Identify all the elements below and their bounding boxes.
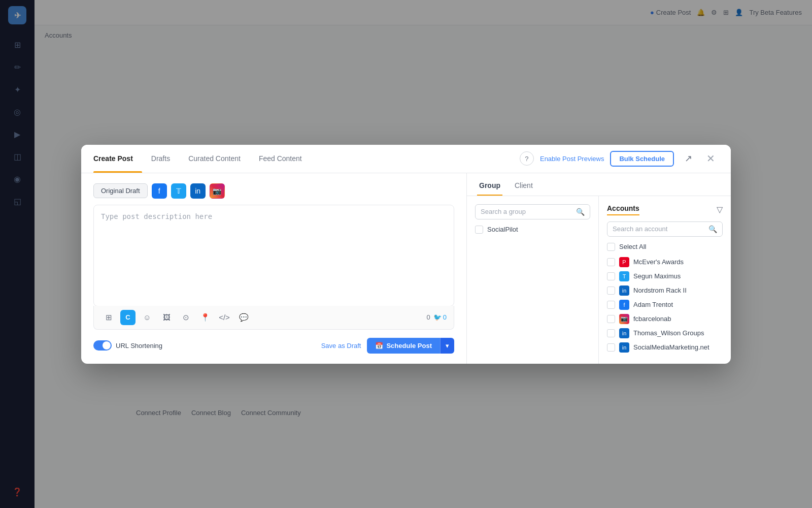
- enable-previews-button[interactable]: Enable Post Previews: [540, 155, 604, 163]
- group-search-input[interactable]: [481, 208, 573, 215]
- linkedin-tab[interactable]: in: [190, 183, 206, 199]
- account-checkbox-thomas[interactable]: [607, 329, 615, 337]
- filter-icon[interactable]: ▽: [717, 205, 723, 214]
- twitter-tab[interactable]: 𝕋: [171, 183, 186, 199]
- twitter-char-count: 🐦 0: [433, 313, 447, 321]
- linkedin-icon-thomas: in: [619, 328, 629, 338]
- right-panel: Group Client 🔍: [467, 173, 731, 364]
- account-search-box[interactable]: 🔍: [607, 221, 723, 237]
- c-icon[interactable]: C: [120, 310, 136, 325]
- panel-tab-client[interactable]: Client: [513, 181, 535, 196]
- twitter-icon-segun: T: [619, 271, 629, 281]
- url-toggle[interactable]: [93, 340, 112, 351]
- tab-create-post[interactable]: Create Post: [93, 145, 142, 173]
- account-name-socialmedia: SocialMediaMarketing.net: [633, 343, 709, 351]
- url-shortening-label: URL Shortening: [116, 342, 162, 350]
- editor-toolbar: ⊞ C ☺ 🖼 ⊙ 📍 </> 💬 0 🐦 0: [93, 306, 454, 330]
- linkedin-icon-socialmedia: in: [619, 342, 629, 353]
- account-item-fcbarcelona[interactable]: 📷 fcbarcelonab: [607, 314, 723, 324]
- account-name-thomas: Thomas_Wilson Groups: [633, 329, 704, 337]
- schedule-post-button[interactable]: 📅 Schedule Post: [367, 338, 440, 354]
- group-item[interactable]: SocialPilot: [475, 226, 590, 234]
- group-name-socialpilot: SocialPilot: [487, 226, 518, 233]
- account-item-mcevers[interactable]: P McEver's Awards: [607, 257, 723, 267]
- facebook-icon-adam: f: [619, 300, 629, 310]
- account-item-adam[interactable]: f Adam Trentot: [607, 300, 723, 310]
- panel-tab-group[interactable]: Group: [477, 181, 502, 196]
- linkedin-icon-nordstrom: in: [619, 285, 629, 296]
- account-checkbox-adam[interactable]: [607, 301, 615, 309]
- modal-header-right: ? Enable Post Previews Bulk Schedule ↗ ✕: [520, 150, 719, 167]
- image-icon[interactable]: 🖼: [159, 310, 174, 325]
- account-column: Accounts ▽ 🔍 Select All: [599, 196, 731, 364]
- schedule-dropdown-button[interactable]: ▾: [440, 338, 454, 354]
- account-list: P McEver's Awards T Segun Maximus in: [607, 257, 723, 356]
- create-post-modal: Create Post Drafts Curated Content Feed …: [81, 145, 731, 364]
- group-list: SocialPilot: [475, 226, 590, 356]
- pinterest-icon: P: [619, 257, 629, 267]
- close-button[interactable]: ✕: [702, 150, 719, 167]
- account-checkbox-socialmedia[interactable]: [607, 343, 615, 352]
- account-name-nordstrom: Nordstrom Rack II: [633, 287, 687, 294]
- account-name-fcbarcelona: fcbarcelonab: [633, 315, 671, 323]
- save-draft-button[interactable]: Save as Draft: [321, 342, 361, 350]
- comment-icon[interactable]: 💬: [236, 310, 251, 325]
- account-name-segun: Segun Maximus: [633, 272, 681, 280]
- account-item-thomas[interactable]: in Thomas_Wilson Groups: [607, 328, 723, 338]
- account-checkbox-mcevers[interactable]: [607, 258, 615, 266]
- post-text-input[interactable]: [93, 205, 454, 306]
- emoji-icon[interactable]: ☺: [140, 310, 155, 325]
- code-icon[interactable]: </>: [217, 310, 232, 325]
- tab-curated-content[interactable]: Curated Content: [179, 145, 250, 173]
- panel-tabs: Group Client: [467, 173, 731, 196]
- editor-bottom: URL Shortening Save as Draft 📅 Schedule …: [93, 336, 454, 354]
- select-all-checkbox[interactable]: [607, 243, 615, 251]
- account-checkbox-nordstrom[interactable]: [607, 287, 615, 295]
- char-count: 0 🐦 0: [427, 313, 447, 321]
- toggle-thumb: [103, 341, 111, 350]
- tab-feed-content[interactable]: Feed Content: [250, 145, 311, 173]
- bulk-schedule-button[interactable]: Bulk Schedule: [610, 151, 674, 167]
- platform-tabs: Original Draft f 𝕋 in 📷: [93, 183, 454, 199]
- account-search-input[interactable]: [613, 225, 705, 233]
- target-icon[interactable]: ⊙: [178, 310, 193, 325]
- modal-body: Original Draft f 𝕋 in 📷 ⊞ C ☺ 🖼: [81, 173, 731, 364]
- account-name-adam: Adam Trentot: [633, 301, 673, 308]
- group-search-icon: 🔍: [576, 208, 585, 216]
- tab-drafts[interactable]: Drafts: [142, 145, 179, 173]
- schedule-button-group: 📅 Schedule Post ▾: [367, 338, 454, 354]
- modal-overlay: Create Post Drafts Curated Content Feed …: [0, 0, 812, 508]
- select-all-item[interactable]: Select All: [607, 243, 723, 251]
- account-item-nordstrom[interactable]: in Nordstrom Rack II: [607, 285, 723, 296]
- select-all-label: Select All: [619, 243, 646, 250]
- account-item-segun[interactable]: T Segun Maximus: [607, 271, 723, 281]
- original-draft-tab[interactable]: Original Draft: [93, 183, 148, 198]
- panel-columns: 🔍 SocialPilot Accounts: [467, 196, 731, 364]
- account-header: Accounts ▽: [607, 204, 723, 215]
- facebook-tab[interactable]: f: [152, 183, 167, 199]
- account-item-socialmedia[interactable]: in SocialMediaMarketing.net: [607, 342, 723, 353]
- group-column: 🔍 SocialPilot: [467, 196, 599, 364]
- grid-toolbar-icon[interactable]: ⊞: [101, 310, 116, 325]
- url-shortening-toggle: URL Shortening: [93, 340, 162, 351]
- account-checkbox-segun[interactable]: [607, 272, 615, 280]
- group-checkbox-socialpilot[interactable]: [475, 226, 483, 234]
- location-icon[interactable]: 📍: [197, 310, 213, 325]
- instagram-tab[interactable]: 📷: [210, 183, 225, 199]
- help-button[interactable]: ?: [520, 151, 534, 166]
- accounts-title: Accounts: [607, 204, 639, 215]
- post-editor: Original Draft f 𝕋 in 📷 ⊞ C ☺ 🖼: [81, 173, 467, 364]
- modal-tabs: Create Post Drafts Curated Content Feed …: [81, 145, 731, 173]
- account-search-icon: 🔍: [708, 225, 717, 233]
- account-checkbox-fcbarcelona[interactable]: [607, 315, 615, 323]
- instagram-icon-fcbarcelona: 📷: [619, 314, 629, 324]
- export-icon[interactable]: ↗: [680, 150, 696, 167]
- group-search-box[interactable]: 🔍: [475, 204, 590, 219]
- account-name-mcevers: McEver's Awards: [633, 258, 684, 266]
